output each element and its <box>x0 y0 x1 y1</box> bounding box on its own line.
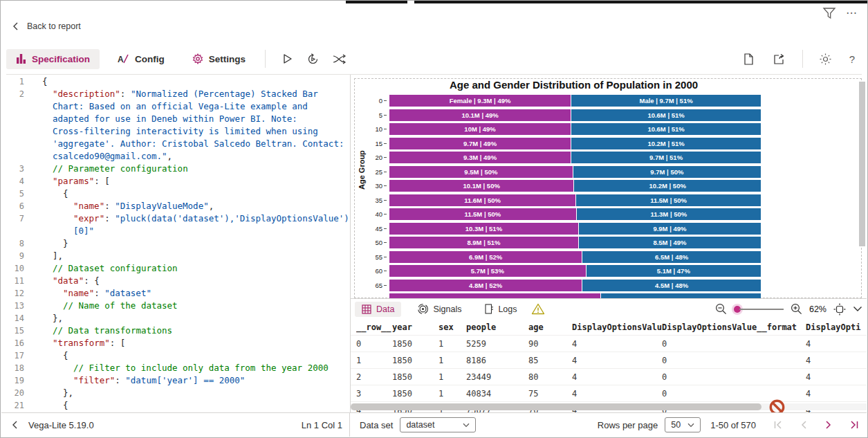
bar-segment-male[interactable] <box>601 293 761 298</box>
code-line[interactable]: 13// Name of the dataset <box>6 300 350 312</box>
bar-segment-male[interactable]: Male | 9.7M | 51% <box>571 95 761 107</box>
bar-segment-male[interactable]: 4.5M | 48% <box>582 280 761 291</box>
code-line[interactable]: 18// Filter to include only data from th… <box>6 362 350 374</box>
bar-segment-female[interactable]: 6.9M | 52% <box>389 251 582 263</box>
bar-segment-female[interactable]: 9.7M | 49% <box>389 138 571 149</box>
bar-segment-male[interactable]: 10.2M | 51% <box>571 138 761 149</box>
bar-segment-male[interactable]: 8.5M | 49% <box>579 237 761 248</box>
tab-logs[interactable]: Logs <box>478 301 524 317</box>
tab-specification[interactable]: Specification <box>6 49 100 69</box>
bar-segment-male[interactable]: 9.9M | 49% <box>579 223 761 235</box>
code-line[interactable]: 'aggregate'. Author: Cristobal Salcedo B… <box>6 138 350 150</box>
code-line[interactable]: 9], <box>6 250 350 262</box>
bar-segment-male[interactable]: 10.6M | 51% <box>571 109 761 121</box>
new-spec-button[interactable] <box>737 51 761 68</box>
code-line[interactable]: 3// Parameter configuration <box>6 163 350 175</box>
tab-signals[interactable]: Signals <box>411 301 468 317</box>
filter-icon[interactable] <box>822 7 836 19</box>
code-line[interactable]: 11"data": { <box>6 275 350 287</box>
dataset-select[interactable]: dataset <box>400 417 476 432</box>
last-page-icon[interactable] <box>849 421 858 429</box>
shuffle-button[interactable] <box>326 51 353 67</box>
dataset-label: Data set <box>360 420 393 430</box>
back-to-report-button[interactable]: Back to report <box>12 21 81 31</box>
bar-segment-female[interactable] <box>389 293 601 298</box>
code-line[interactable]: Chart: Based on an official Vega-Lite ex… <box>6 100 350 113</box>
code-line[interactable]: 15// Data transformations <box>6 325 350 337</box>
prev-page-icon[interactable] <box>801 421 807 429</box>
fit-to-view-icon[interactable] <box>833 303 846 316</box>
bar-segment-male[interactable]: 11.5M | 50% <box>576 194 761 206</box>
code-line[interactable]: 19"filter": "datum['year'] == 2000" <box>6 374 350 387</box>
code-line[interactable]: 12"name": "dataset" <box>6 287 350 300</box>
code-line[interactable]: 17{ <box>6 349 350 362</box>
help-icon[interactable]: ? <box>842 51 862 68</box>
bar-segment-female[interactable]: 9.3M | 49% <box>389 152 571 163</box>
bar-segment-female[interactable]: 9.5M | 50% <box>389 166 573 178</box>
zoom-out-icon[interactable] <box>715 303 727 315</box>
table-h-scrollbar-thumb[interactable] <box>351 403 761 410</box>
auto-apply-button[interactable] <box>300 51 326 68</box>
theme-toggle-button[interactable] <box>813 51 838 68</box>
bar-segment-male[interactable]: 9.7M | 51% <box>571 152 761 163</box>
bar-segment-female[interactable]: 5.7M | 53% <box>389 265 587 277</box>
zoom-slider[interactable] <box>734 306 784 313</box>
bar-segment-male[interactable]: 10.6M | 51% <box>571 123 761 135</box>
code-line[interactable]: 20}, <box>6 387 350 399</box>
code-line[interactable]: 4"params": [ <box>6 175 350 188</box>
code-line[interactable]: 7"expr": "pluck(data('dataset'),'Display… <box>6 212 350 225</box>
bar-segment-male[interactable]: 6.5M | 48% <box>582 251 761 263</box>
bar-segment-female[interactable]: 10M | 49% <box>389 123 571 135</box>
bar-segment-female[interactable]: 11.5M | 50% <box>389 208 577 220</box>
first-page-icon[interactable] <box>774 421 783 429</box>
tab-config[interactable]: A Config <box>108 49 174 69</box>
collapse-pane-icon[interactable] <box>853 306 862 312</box>
bar-segment-female[interactable]: 11.6M | 50% <box>389 194 576 206</box>
code-line[interactable]: 5{ <box>6 188 350 200</box>
more-options-icon[interactable]: ⋯ <box>846 6 858 19</box>
bar-segment-male[interactable]: 10.2M | 50% <box>574 180 761 192</box>
bar-segment-male[interactable]: 5.1M | 47% <box>587 265 761 277</box>
table-h-scrollbar[interactable] <box>351 403 867 410</box>
bar-segment-female[interactable]: Female | 9.3M | 49% <box>389 95 571 107</box>
bar-segment-male[interactable]: 9.7M | 50% <box>573 166 761 178</box>
code-line[interactable]: [0]" <box>6 225 350 237</box>
code-line[interactable]: Cross-filtering interactivity is limited… <box>6 125 350 138</box>
bar-segment-female[interactable]: 8.9M | 51% <box>389 237 579 248</box>
code-line[interactable]: 2"description": "Normalized (Percentage)… <box>6 88 350 100</box>
preview-scrollbar-thumb[interactable] <box>859 82 865 246</box>
code-line[interactable]: 14}, <box>6 312 350 325</box>
zoom-slider-track[interactable] <box>739 309 784 310</box>
collapse-editor-icon[interactable] <box>11 421 19 429</box>
code-line[interactable]: 6"name": "DisplayValueMode", <box>6 200 350 212</box>
line-number: 8 <box>6 237 34 250</box>
run-button[interactable] <box>275 51 300 67</box>
zoom-in-icon[interactable] <box>791 303 802 315</box>
bar-segment-female[interactable]: 10.1M | 49% <box>389 109 571 121</box>
code-line[interactable]: adapted for use in Deneb within Power BI… <box>6 113 350 125</box>
spec-code-editor[interactable]: 1{2"description": "Normalized (Percentag… <box>6 75 350 414</box>
code-line[interactable]: 1{ <box>6 75 350 88</box>
bar-track: 10.1M | 50%10.2M | 50% <box>389 180 761 192</box>
bar-segment-female[interactable]: 10.1M | 50% <box>389 180 574 192</box>
bar-segment-female[interactable]: 4.8M | 52% <box>389 280 582 291</box>
zoom-level-value[interactable]: 62% <box>809 304 827 314</box>
preview-scrollbar[interactable] <box>859 79 865 297</box>
code-line[interactable]: 16"transform": [ <box>6 337 350 349</box>
code-line[interactable]: 21{ <box>6 399 350 412</box>
next-page-icon[interactable] <box>825 421 831 429</box>
bar-segment-female[interactable]: 10.3M | 51% <box>389 223 579 235</box>
bar-row: 3010.1M | 50%10.2M | 50% <box>359 180 774 192</box>
code-line[interactable]: 8} <box>6 237 350 250</box>
tab-settings[interactable]: Settings <box>183 48 255 69</box>
stacked-bar-chart: Age and Gender Distribution of Populatio… <box>359 79 774 298</box>
line-number: 6 <box>6 200 34 212</box>
code-line[interactable]: 10// Dataset configuration <box>6 262 350 275</box>
tab-settings-label: Settings <box>209 54 246 64</box>
bar-segment-male[interactable]: 11.3M | 50% <box>577 208 761 220</box>
code-line[interactable]: csalcedo90@gmail.com.", <box>6 150 350 163</box>
rows-per-page-select[interactable]: 50 <box>665 417 701 432</box>
tab-data[interactable]: Data <box>355 302 401 317</box>
y-tick-mark <box>384 200 387 201</box>
export-share-button[interactable] <box>766 51 793 67</box>
